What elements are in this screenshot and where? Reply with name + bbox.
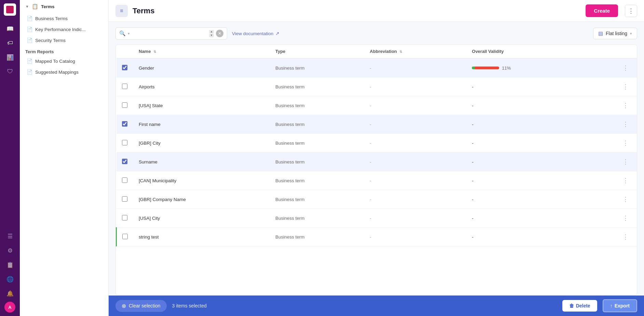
row-name: [USA] City [133,209,270,228]
doc-icon-5: 📄 [27,69,32,75]
app-logo[interactable] [4,3,16,16]
sidebar-item-suggested-mappings[interactable]: 📄 Suggested Mappings [20,67,108,77]
row-abbreviation: - [364,190,466,209]
clear-selection-button[interactable]: ⊗ Clear selection [115,300,167,312]
row-type: Business term [270,209,364,228]
row-actions-button[interactable]: ⋮ [620,194,631,204]
nav-icon-chart[interactable]: 📊 [4,51,16,63]
row-checkbox[interactable] [122,215,127,220]
sidebar-item-business-terms-label: Business Terms [35,16,68,21]
nav-icon-list[interactable]: ☰ [4,230,16,242]
table-row: [GBR] CityBusiness term--⋮ [117,134,637,153]
sidebar-item-key-performance[interactable]: 📄 Key Performance Indic... [20,24,108,35]
row-checkbox[interactable] [122,65,127,70]
flat-listing-button[interactable]: ▤ Flat listing ▾ [593,28,637,39]
toolbar: 🔍 ▾ ▲ ▼ ✕ View documentation ↗ ▤ [115,27,637,40]
th-abbreviation[interactable]: Abbreviation ⇅ [364,45,466,58]
search-chevron-icon[interactable]: ▾ [128,31,130,36]
export-button[interactable]: ↑ Export [603,299,637,312]
table-body: GenderBusiness term-11%⋮AirportsBusiness… [117,58,637,246]
nav-icon-bell[interactable]: 🔔 [4,287,16,300]
scroll-buttons: ▲ ▼ [209,30,214,37]
nav-icon-book[interactable]: 📖 [4,23,16,35]
bottom-bar: ⊗ Clear selection 3 items selected 🗑 Del… [109,296,644,316]
doc-icon-1: 📄 [27,16,32,21]
row-name: Airports [133,77,270,96]
nav-icon-globe[interactable]: 🌐 [4,273,16,285]
row-validity: - [466,171,584,190]
clear-selection-label: Clear selection [129,303,161,308]
create-button[interactable]: Create [586,4,618,17]
nav-icon-shield[interactable]: 🛡 [4,66,16,78]
row-actions-button[interactable]: ⋮ [620,175,631,186]
row-validity: - [466,134,584,153]
row-abbreviation: - [364,153,466,171]
row-actions-button[interactable]: ⋮ [620,119,631,129]
table-row: SurnameBusiness term--⋮ [117,153,637,171]
row-validity: 11% [466,58,584,77]
th-name-label: Name [139,49,151,54]
row-validity: - [466,96,584,115]
row-checkbox[interactable] [122,234,128,239]
row-actions-button[interactable]: ⋮ [620,138,631,148]
content-area: 🔍 ▾ ▲ ▼ ✕ View documentation ↗ ▤ [109,22,644,296]
export-icon: ↑ [610,303,613,308]
th-checkbox [117,45,134,58]
row-type: Business term [270,228,364,246]
row-checkbox[interactable] [122,196,127,202]
row-name: [USA] State [133,96,270,115]
search-input[interactable] [132,31,207,36]
delete-label: Delete [576,303,590,308]
table-container: Name ⇅ Type Abbreviation ⇅ Overall Valid… [115,44,637,296]
row-checkbox[interactable] [122,102,127,108]
nav-icon-gear[interactable]: ⚙ [4,244,16,257]
th-name[interactable]: Name ⇅ [133,45,270,58]
row-type: Business term [270,171,364,190]
row-type: Business term [270,153,364,171]
sidebar-item-security-terms[interactable]: 📄 Security Terms [20,35,108,46]
more-options-button[interactable]: ⋮ [625,5,637,17]
table-row: First nameBusiness term--⋮ [117,115,637,134]
row-checkbox[interactable] [122,84,127,89]
row-checkbox[interactable] [122,140,127,145]
row-actions-button[interactable]: ⋮ [620,63,631,73]
sidebar-item-business-terms[interactable]: 📄 Business Terms [20,13,108,24]
row-actions-button[interactable]: ⋮ [620,100,631,111]
menu-icon-button[interactable]: ≡ [115,5,128,17]
user-avatar[interactable]: A [4,302,15,313]
clear-selection-icon: ⊗ [122,303,126,309]
row-abbreviation: - [364,209,466,228]
row-type: Business term [270,58,364,77]
row-type: Business term [270,190,364,209]
row-abbreviation: - [364,134,466,153]
sidebar-item-mapped-label: Mapped To Catalog [35,59,75,64]
row-checkbox[interactable] [122,159,127,164]
row-actions-button[interactable]: ⋮ [620,232,631,242]
sidebar-group-terms[interactable]: ▼ 📋 Terms [20,0,108,13]
view-documentation-button[interactable]: View documentation ↗ [232,31,279,36]
top-header: ≡ Terms Create ⋮ [109,0,644,22]
sidebar-item-security-terms-label: Security Terms [35,38,66,43]
table-row: AirportsBusiness term--⋮ [117,77,637,96]
row-actions-button[interactable]: ⋮ [620,213,631,223]
row-abbreviation: - [364,77,466,96]
icon-bar: 📖 🏷 📊 🛡 ☰ ⚙ 📋 🌐 🔔 A [0,0,20,316]
scroll-down-button[interactable]: ▼ [209,34,214,37]
scroll-up-button[interactable]: ▲ [209,30,214,33]
th-actions [584,45,637,58]
th-validity: Overall Validity [466,45,584,58]
row-actions-button[interactable]: ⋮ [620,157,631,167]
nav-icon-report[interactable]: 📋 [4,259,16,271]
term-reports-label: Term Reports [20,46,108,56]
clear-search-button[interactable]: ✕ [216,30,223,37]
delete-button[interactable]: 🗑 Delete [562,300,597,312]
doc-icon-4: 📄 [27,58,32,64]
row-actions-button[interactable]: ⋮ [620,82,631,92]
sidebar-item-mapped-to-catalog[interactable]: 📄 Mapped To Catalog [20,56,108,67]
row-validity: - [466,153,584,171]
nav-icon-tag[interactable]: 🏷 [4,37,16,49]
row-checkbox[interactable] [122,121,127,127]
row-validity: - [466,77,584,96]
row-abbreviation: - [364,96,466,115]
row-checkbox[interactable] [122,177,127,183]
